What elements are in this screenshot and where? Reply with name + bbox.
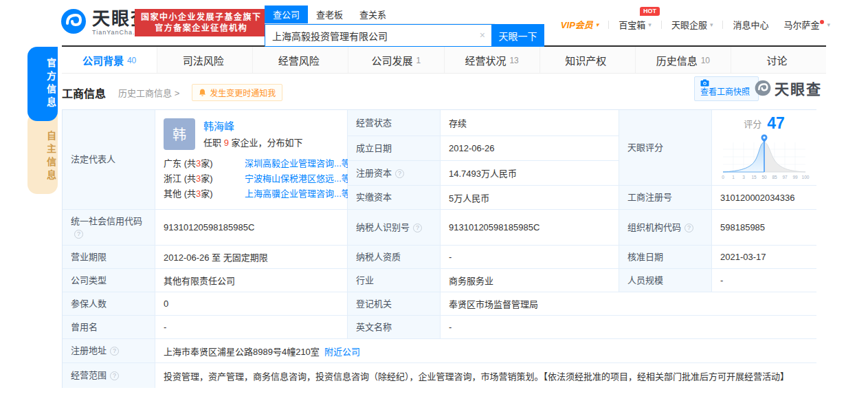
history-business-info-link[interactable]: 历史工商信息 > [118,86,179,99]
legal-rep-name-link[interactable]: 韩海峰 [203,120,303,133]
clear-icon[interactable]: × [480,30,485,41]
svg-text:99: 99 [792,175,798,180]
menu-divider [661,21,662,29]
business-scope-value: 投资管理，资产管理，商务信息咨询，投资信息咨询（除经纪），企业管理咨询，市场营销… [155,363,816,388]
established-date-value: 2012-06-26 [441,136,619,161]
taxpayer-id-value: 91310120598185985C [441,210,619,246]
score-word: 评分 [744,117,761,130]
org-code-label: 组织机构代码? [619,210,712,246]
approval-date-label: 核准日期 [619,246,712,269]
nearby-companies-link[interactable]: 附近公司 [324,345,360,358]
help-icon[interactable]: ? [685,224,693,232]
taxpayer-id-label: 纳税人识别号? [348,210,441,246]
toolbox-menu[interactable]: HOT 百宝箱 ▾ [619,18,652,31]
svg-text:0: 0 [722,175,724,180]
tab-judicial-risk[interactable]: 司法风险 [157,47,253,73]
registration-number-value: 310120002034336 [712,186,816,210]
org-code-value: 598185985 [712,210,816,246]
distribution-row: 其他 (共3家) 上海高骥企业管理咨询...等 [164,186,350,202]
help-icon[interactable]: ? [413,224,422,232]
bell-icon [199,89,206,97]
tab-company-development[interactable]: 公司发展1 [348,47,444,73]
business-status-label: 经营状态 [348,110,441,136]
search-tabs: 查公司 查老板 查关系 [265,6,495,24]
tyc-score-cell: 评分 47 [712,110,816,186]
business-status-value: 存续 [441,110,619,136]
tab-intellectual-property[interactable]: 知识产权 [540,47,636,73]
search-button[interactable]: 天眼一下 [491,24,544,47]
established-date-label: 成立日期 [348,136,441,161]
registered-capital-value: 14.7493万人民币 [441,161,619,186]
related-company-link[interactable]: 深圳高毅企业管理咨询...等 [245,156,350,171]
user-account-menu[interactable]: 马尔萨金 ▾ [783,18,830,31]
change-notify-button[interactable]: 发生变更时通知我 [192,84,282,101]
related-company-link[interactable]: 宁波梅山保税港区悠远...等 [245,171,350,186]
search-tab-boss[interactable]: 查老板 [308,6,351,23]
message-center-label: 消息中心 [733,18,768,31]
business-info-table: 法定代表人 韩 韩海峰 任职 9 家企业，分布如下 广东 (共 [62,109,816,388]
related-company-link[interactable]: 上海高骥企业管理咨询...等 [245,186,350,202]
page: 天眼查 TianYanCha.com 国家中小企业发展子基金旗下 官方备案企业征… [0,0,868,401]
help-icon[interactable]: ? [110,371,119,380]
enterprise-service-menu[interactable]: 天眼企服 ▾ [671,18,713,31]
svg-text:3: 3 [742,175,745,180]
menu-divider [722,21,723,29]
score-distribution-chart: 0131550859799100 [719,133,810,184]
legal-rep-tenure: 任职 9 家企业，分布如下 [203,136,303,149]
camera-icon [700,79,709,87]
paid-in-capital-value: 5万人民币 [441,186,619,210]
side-tab-official-info[interactable]: 官方信息 [27,47,58,121]
vip-member-menu[interactable]: VIP会员 ▾ [561,18,599,31]
business-snapshot-button[interactable]: 查看工商快照 [694,76,759,101]
side-tab-self-info[interactable]: 自主信息 [27,113,58,194]
caret-down-icon: ▾ [827,21,830,28]
registration-number-label: 工商注册号 [619,186,712,210]
certification-line-1: 国家中小企业发展子基金旗下 [141,12,262,23]
score-value[interactable]: 47 [767,114,785,133]
registered-address-value: 上海市奉贤区浦星公路8989号4幢210室 附近公司 [155,339,816,363]
search-tab-company[interactable]: 查公司 [265,6,308,23]
search-tab-relation[interactable]: 查关系 [351,6,394,23]
menu-divider [608,21,609,29]
svg-text:85: 85 [772,175,777,180]
search-area: 查公司 查老板 查关系 × 天眼一下 [265,6,546,47]
former-name-label: 曾用名 [63,316,155,339]
credit-code-label: 统一社会信用代码? [63,210,155,246]
tenure-count: 9 [224,138,229,148]
certification-line-2: 官方备案企业征信机构 [141,23,262,34]
help-icon[interactable]: ? [74,230,83,239]
enterprise-service-label: 天眼企服 [671,18,707,31]
search-input[interactable] [265,24,491,47]
tab-operating-risk[interactable]: 经营风险 [253,47,348,73]
credit-code-value: 91310120598185985C [155,210,348,246]
help-icon[interactable]: ? [110,347,119,356]
tab-company-background[interactable]: 公司背景40 [62,47,157,73]
user-menu: VIP会员 ▾ HOT 百宝箱 ▾ 天眼企服 ▾ 消息中心 马尔萨金 [561,18,830,31]
notification-dot [820,20,824,24]
score-pin-icon [761,135,768,143]
tab-history-info[interactable]: 历史信息10 [636,47,731,73]
message-center-menu[interactable]: 消息中心 [733,18,768,31]
tab-count: 10 [701,56,710,65]
svg-text:100: 100 [802,175,810,180]
distribution-row: 广东 (共3家) 深圳高毅企业管理咨询...等 [164,156,350,171]
certification-badge: 国家中小企业发展子基金旗下 官方备案企业征信机构 [135,9,268,36]
avatar[interactable]: 韩 [164,118,195,150]
svg-text:1: 1 [732,175,735,180]
legal-representative-cell: 韩 韩海峰 任职 9 家企业，分布如下 广东 (共3家) 深圳高毅企业管理咨询.… [155,110,348,210]
insured-count-label: 参保人数 [63,292,155,316]
taxpayer-qualification-label: 纳税人资质 [348,246,441,269]
tab-discussion[interactable]: 讨论 [731,47,826,73]
staff-size-value: - [712,269,816,292]
registered-capital-label: 注册资本? [348,161,441,186]
section-title: 工商信息 [62,85,106,101]
tab-operating-status[interactable]: 经营状况13 [445,47,540,73]
tianyancha-logo-icon [60,8,87,37]
username-label: 马尔萨金 [783,18,819,31]
toolbox-label: 百宝箱 [619,18,645,31]
tenure-distribution: 广东 (共3家) 深圳高毅企业管理咨询...等 浙江 (共3家) 宁波梅山保税港… [164,156,350,202]
approval-date-value: 2021-03-17 [712,246,816,269]
industry-value: 商务服务业 [441,269,619,292]
paid-in-capital-label: 实缴资本 [348,186,441,210]
help-icon[interactable]: ? [395,169,404,178]
